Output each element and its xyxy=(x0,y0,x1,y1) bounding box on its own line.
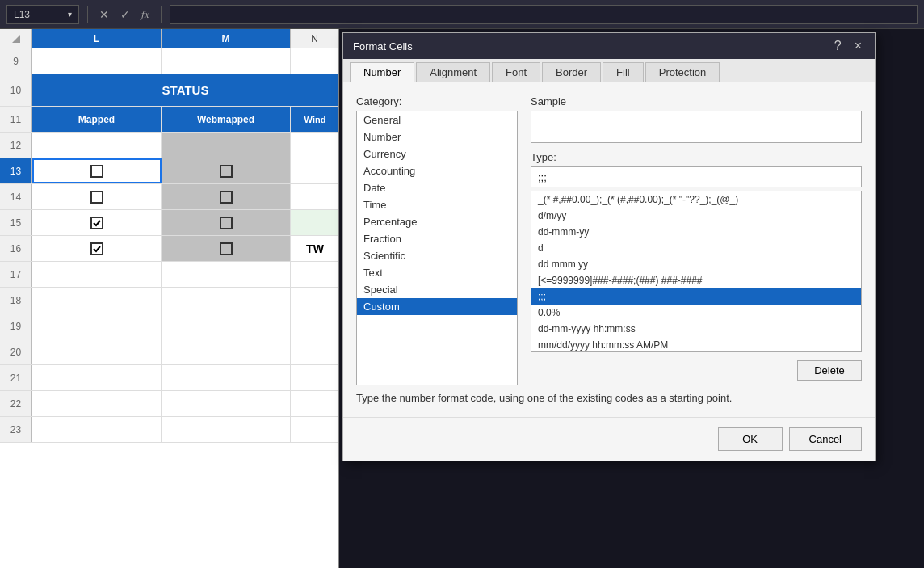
cell-L21[interactable] xyxy=(32,365,162,390)
cell-N22[interactable] xyxy=(291,391,338,416)
cell-L23[interactable] xyxy=(32,417,162,442)
cell-M22[interactable] xyxy=(162,391,291,416)
cell-M20[interactable] xyxy=(162,339,291,364)
cell-M13[interactable] xyxy=(162,158,291,183)
cell-N13[interactable] xyxy=(291,158,338,183)
category-item-scientific[interactable]: Scientific xyxy=(357,247,517,264)
tab-number[interactable]: Number xyxy=(350,62,414,82)
cell-L13[interactable] xyxy=(32,158,162,183)
cell-L14[interactable] xyxy=(32,184,162,209)
cell-N18[interactable] xyxy=(291,288,338,313)
cell-N20[interactable] xyxy=(291,339,338,364)
cell-L9[interactable] xyxy=(32,48,162,74)
cancel-edit-icon[interactable]: ✕ xyxy=(96,6,112,23)
col-header-L[interactable]: L xyxy=(32,29,162,48)
type-item[interactable]: [<=9999999]###-####;(###) ###-#### xyxy=(531,272,861,288)
type-item[interactable]: dd-mmm-yy xyxy=(531,224,861,240)
type-input[interactable] xyxy=(531,166,862,187)
cell-N15[interactable] xyxy=(291,210,338,235)
cell-L22[interactable] xyxy=(32,391,162,416)
tab-border[interactable]: Border xyxy=(542,62,601,82)
cell-N19[interactable] xyxy=(291,313,338,339)
spreadsheet-area: L M N 9 10 STATUS 11 Mapped Webmapped xyxy=(0,29,924,568)
formula-bar[interactable] xyxy=(170,5,918,24)
category-panel: Category: General Number Currency Accoun… xyxy=(356,95,518,385)
cell-N12[interactable] xyxy=(291,133,338,158)
cell-N9[interactable] xyxy=(291,48,338,74)
cell-N21[interactable] xyxy=(291,365,338,390)
cell-L18[interactable] xyxy=(32,288,162,313)
dialog-help-button[interactable]: ? xyxy=(831,39,845,53)
type-item[interactable]: 0.0% xyxy=(531,305,861,321)
type-list[interactable]: _(* #,##0.00_);_(* (#,##0.00);_(* "-"??_… xyxy=(531,191,862,352)
cell-L17[interactable] xyxy=(32,262,162,287)
category-item-custom[interactable]: Custom xyxy=(357,298,517,315)
cell-N14[interactable] xyxy=(291,184,338,209)
cell-N17[interactable] xyxy=(291,262,338,287)
checkbox-checked-icon xyxy=(90,242,103,255)
type-label: Type: xyxy=(531,151,862,163)
cell-L10[interactable]: STATUS xyxy=(32,74,338,106)
category-item-special[interactable]: Special xyxy=(357,281,517,298)
cell-M23[interactable] xyxy=(162,417,291,442)
category-item-number[interactable]: Number xyxy=(357,128,517,145)
category-item-date[interactable]: Date xyxy=(357,179,517,196)
table-row: 10 STATUS xyxy=(0,74,338,107)
ok-button[interactable]: OK xyxy=(718,427,783,451)
dialog-body: Category: General Number Currency Accoun… xyxy=(343,82,875,417)
cell-N11[interactable]: Wind xyxy=(291,107,338,132)
toolbar-divider-2 xyxy=(161,6,162,23)
cell-L15[interactable] xyxy=(32,210,162,235)
cell-M18[interactable] xyxy=(162,288,291,313)
tab-alignment[interactable]: Alignment xyxy=(416,62,490,82)
checkbox-checked-icon xyxy=(90,217,103,229)
cell-M14[interactable] xyxy=(162,184,291,209)
col-header-N[interactable]: N xyxy=(291,29,339,48)
confirm-edit-icon[interactable]: ✓ xyxy=(117,6,133,23)
category-item-general[interactable]: General xyxy=(357,111,517,128)
cell-reference-box[interactable]: L13 ▾ xyxy=(6,5,79,24)
tab-fill[interactable]: Fill xyxy=(603,62,644,82)
cell-M12[interactable] xyxy=(162,133,291,158)
cell-M11[interactable]: Webmapped xyxy=(162,107,291,132)
type-item[interactable]: d xyxy=(531,240,861,256)
type-item[interactable]: dd mmm yy xyxy=(531,256,861,272)
cell-M15[interactable] xyxy=(162,210,291,235)
type-item[interactable]: dd-mm-yyyy hh:mm:ss xyxy=(531,321,861,337)
col-header-M[interactable]: M xyxy=(162,29,291,48)
cell-M9[interactable] xyxy=(162,48,291,74)
cell-M21[interactable] xyxy=(162,365,291,390)
category-list[interactable]: General Number Currency Accounting Date … xyxy=(356,111,518,385)
type-item[interactable]: d/m/yy xyxy=(531,208,861,224)
type-item[interactable]: _(* #,##0.00_);_(* (#,##0.00);_(* "-"??_… xyxy=(531,191,861,208)
cancel-button[interactable]: Cancel xyxy=(789,427,862,451)
cell-L11[interactable]: Mapped xyxy=(32,107,162,132)
category-item-percentage[interactable]: Percentage xyxy=(357,213,517,230)
cell-N23[interactable] xyxy=(291,417,338,442)
cell-M19[interactable] xyxy=(162,313,291,339)
delete-button[interactable]: Delete xyxy=(797,360,862,381)
category-item-fraction[interactable]: Fraction xyxy=(357,230,517,247)
category-item-text[interactable]: Text xyxy=(357,264,517,281)
cell-L16[interactable] xyxy=(32,236,162,261)
cell-L19[interactable] xyxy=(32,313,162,339)
cell-ref-dropdown-icon[interactable]: ▾ xyxy=(68,10,72,19)
category-item-time[interactable]: Time xyxy=(357,196,517,213)
row-number: 18 xyxy=(0,288,32,313)
cell-ref-value: L13 xyxy=(14,9,30,20)
cell-L20[interactable] xyxy=(32,339,162,364)
tab-font[interactable]: Font xyxy=(492,62,540,82)
function-icon[interactable]: 𝑓𝑥 xyxy=(138,6,153,23)
cell-L12[interactable] xyxy=(32,133,162,158)
dialog-tabs: Number Alignment Font Border Fill Protec… xyxy=(343,59,875,82)
tab-protection[interactable]: Protection xyxy=(645,62,720,82)
cell-N16[interactable]: TW xyxy=(291,236,338,261)
dialog-close-button[interactable]: × xyxy=(851,39,865,53)
type-item-selected[interactable]: ;;; xyxy=(531,288,861,305)
cell-M16[interactable] xyxy=(162,236,291,261)
category-item-currency[interactable]: Currency xyxy=(357,145,517,162)
category-item-accounting[interactable]: Accounting xyxy=(357,162,517,179)
corner-cell[interactable] xyxy=(0,29,32,48)
type-item[interactable]: mm/dd/yyyy hh:mm:ss AM/PM xyxy=(531,337,861,352)
cell-M17[interactable] xyxy=(162,262,291,287)
